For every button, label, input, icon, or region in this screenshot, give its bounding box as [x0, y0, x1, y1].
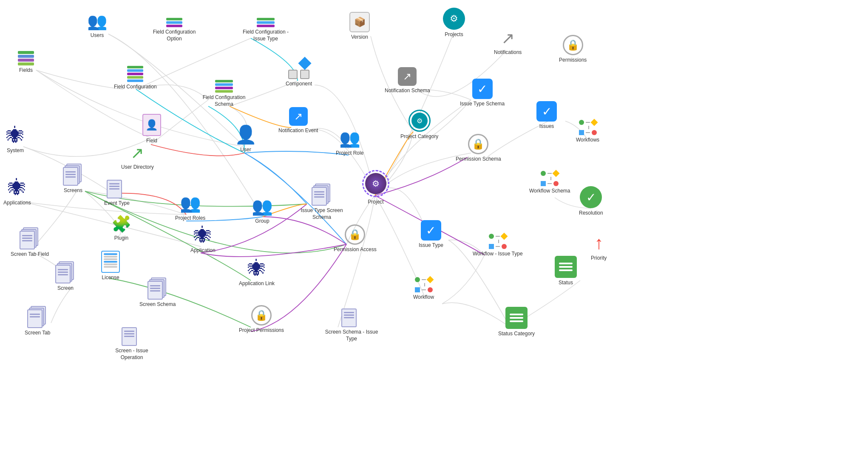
node-system[interactable]: 🕷 System — [6, 125, 24, 154]
node-user-directory[interactable]: ↗ User Directory — [121, 144, 154, 171]
node-workflow-schema[interactable]: Workflow Schema — [529, 171, 570, 195]
node-component[interactable]: Component — [286, 59, 312, 88]
node-permission-access[interactable]: 🔒 Permission Access — [334, 224, 377, 253]
node-application[interactable]: 🕷 Application — [190, 225, 216, 254]
node-screen-schema[interactable]: Screen Schema — [139, 277, 176, 308]
node-screen[interactable]: Screen — [55, 261, 76, 292]
node-issues[interactable]: ✓ Issues — [536, 101, 557, 130]
node-resolution[interactable]: ✓ Resolution — [579, 186, 603, 217]
node-field-config-issue-type[interactable]: Field Configuration - Issue Type — [238, 18, 293, 42]
node-issue-type-schema[interactable]: ✓ Issue Type Schema — [460, 79, 505, 108]
node-project-category[interactable]: ⚙ Project Category — [400, 110, 438, 140]
node-plugin[interactable]: 🧩 Plugin — [111, 215, 131, 242]
node-priority[interactable]: ↑ Priority — [591, 233, 607, 262]
node-project-permissions[interactable]: 🔒 Project Permissions — [239, 305, 284, 334]
node-event-type[interactable]: Event Type — [104, 176, 130, 207]
node-issue-type-screen-schema[interactable]: Issue Type Screen Schema — [294, 184, 349, 221]
node-field-config-schema[interactable]: Field Configuration Schema — [196, 80, 252, 108]
node-group[interactable]: 👥 Group — [252, 196, 273, 225]
node-status[interactable]: Status — [555, 256, 577, 286]
node-workflow[interactable]: Workflow — [413, 277, 434, 301]
node-notifications[interactable]: ↗ Notifications — [494, 29, 522, 56]
node-project[interactable]: ⚙ Project — [362, 170, 389, 206]
diagram-container: Fields 🕷 System 🕷 Applications — [0, 0, 868, 453]
node-projects[interactable]: ⚙ Projects — [443, 8, 465, 38]
node-screens[interactable]: Screens — [63, 164, 83, 194]
node-workflows[interactable]: Workflows — [576, 120, 599, 144]
node-users[interactable]: 👥 Users — [87, 12, 107, 39]
node-screen-tab[interactable]: Screen Tab — [25, 306, 51, 337]
node-applications[interactable]: 🕷 Applications — [3, 178, 31, 207]
node-field[interactable]: 👤 Field — [142, 114, 161, 144]
node-screen-issue-operation[interactable]: Screen - Issue Operation — [104, 324, 159, 361]
node-screen-tab-field[interactable]: Screen Tab Field — [11, 227, 49, 258]
node-field-configuration[interactable]: Field Configuration — [114, 66, 157, 91]
node-screen-schema-issue-type[interactable]: Screen Schema - Issue Type — [324, 305, 379, 342]
node-version[interactable]: 📦 Version — [349, 12, 370, 41]
node-license[interactable]: License — [101, 251, 120, 281]
node-issue-type[interactable]: ✓ Issue Type — [419, 220, 443, 249]
node-status-category[interactable]: Status Category — [498, 307, 535, 337]
node-user[interactable]: 👤 User — [235, 124, 257, 153]
node-field-configuration-option[interactable]: Field Configuration Option — [147, 18, 202, 42]
node-fields[interactable]: Fields — [18, 51, 34, 74]
node-workflow-issue-type[interactable]: Workflow - Issue Type — [473, 234, 523, 258]
node-application-link[interactable]: 🕷 Application Link — [239, 258, 275, 287]
node-permission-schema[interactable]: 🔒 Permission Schema — [456, 134, 501, 163]
node-project-roles[interactable]: 👥 Project Roles — [175, 193, 205, 222]
node-notification-schema[interactable]: ↗ Notification Schema — [385, 67, 430, 94]
node-notification-event[interactable]: ↗ Notification Event — [278, 107, 318, 134]
node-permissions[interactable]: 🔒 Permissions — [559, 35, 587, 64]
node-project-role[interactable]: 👥 Project Role — [336, 128, 363, 157]
